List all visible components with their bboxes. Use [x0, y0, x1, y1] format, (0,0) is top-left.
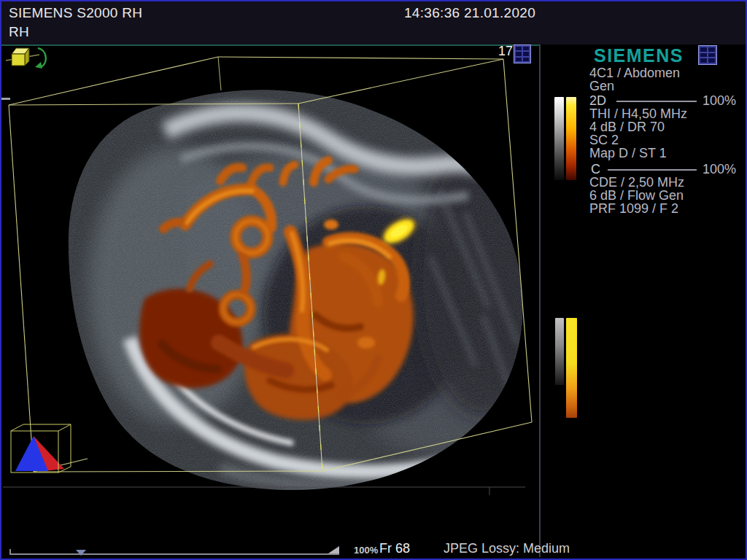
compression-status: JPEG Lossy: Medium: [444, 541, 570, 556]
cine-progress-bar[interactable]: [9, 553, 339, 555]
render-color-bar: [566, 318, 577, 418]
param-c-line: PRF 1099 / F 2: [589, 201, 678, 217]
zoom-level: 100%: [354, 545, 378, 556]
preset-label: Gen: [589, 79, 614, 94]
color-map-bar: [566, 97, 576, 180]
mode-2d-rule: [616, 101, 697, 102]
cine-position-marker[interactable]: [76, 550, 86, 556]
rotation-arrow-icon: [35, 48, 46, 69]
cine-clip-icon[interactable]: [514, 44, 531, 63]
mode-c-rule: [608, 169, 697, 171]
mode-2d-gain: 100%: [703, 93, 736, 109]
cine-end-wedge: [328, 546, 339, 553]
left-edge-tick: [1, 98, 10, 100]
param-2d-line: Map D / ST 1: [589, 146, 667, 161]
ultrasound-screen: SIEMENS S2000 RH 14:36:36 21.01.2020 RH: [0, 0, 747, 560]
frame-counter: Fr 68: [379, 541, 410, 556]
ultrasound-render: [1, 1, 539, 560]
cine-clip-icon-panel[interactable]: [698, 45, 717, 65]
panel-divider: [539, 44, 541, 557]
grayscale-map-bar: [554, 97, 564, 180]
cine-start-tick: [9, 549, 11, 554]
brand-logo: SIEMENS: [594, 45, 684, 66]
frame-number: 17: [498, 44, 513, 59]
render-grayscale-bar: [555, 318, 564, 385]
rotation-cube-icon: [6, 48, 46, 69]
mode-c-gain: 100%: [703, 162, 736, 177]
